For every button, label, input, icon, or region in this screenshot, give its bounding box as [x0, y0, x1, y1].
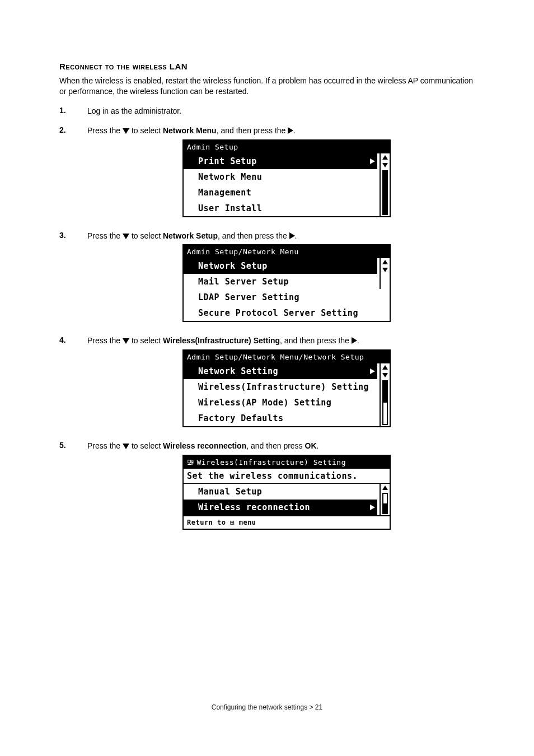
panel-header: 🖳Wireless(Infrastructure) Setting	[184, 456, 390, 469]
menu-item[interactable]: Wireless(Infrastructure) Setting	[184, 379, 377, 395]
page-footer: Configuring the network settings > 21	[0, 703, 534, 711]
step-number: 1.	[59, 106, 87, 115]
down-arrow-icon	[123, 444, 129, 449]
select-arrow-icon	[370, 156, 375, 166]
down-arrow-icon	[123, 338, 129, 344]
menu-item[interactable]: Management	[184, 185, 377, 200]
intro-paragraph: When the wireless is enabled, restart th…	[59, 76, 475, 97]
section-heading: Reconnect to the wireless LAN	[59, 62, 475, 71]
right-arrow-icon	[352, 337, 357, 344]
menu-item[interactable]: Manual Setup	[184, 484, 377, 500]
scrollbar[interactable]	[380, 153, 390, 216]
scrollbar[interactable]	[380, 484, 390, 515]
scroll-up-icon[interactable]	[381, 363, 390, 371]
panel-subtitle: Set the wireless communications.	[184, 469, 390, 484]
panel-header: Admin Setup/Network Menu	[184, 245, 390, 258]
scroll-track[interactable]	[382, 170, 388, 215]
step-text: Log in as the administrator.	[87, 106, 475, 116]
step-number: 5.	[59, 441, 87, 450]
scroll-up-icon[interactable]	[381, 153, 390, 161]
menu-item[interactable]: Wireless reconnection	[184, 500, 377, 515]
right-arrow-icon	[288, 127, 293, 134]
step-text: Press the to select Wireless reconnectio…	[87, 441, 475, 451]
lcd-panel: Admin Setup/Network Menu/Network Setup N…	[182, 349, 391, 427]
lcd-panel: Admin Setup Print Setup Network Menu Ma	[182, 139, 391, 217]
scrollbar[interactable]	[380, 258, 390, 289]
menu-item[interactable]: LDAP Server Setting	[184, 290, 377, 305]
scroll-up-icon[interactable]	[381, 484, 390, 492]
menu-item[interactable]: User Install	[184, 200, 377, 216]
scroll-track[interactable]	[382, 493, 388, 514]
step-text: Press the to select Network Setup, and t…	[87, 231, 475, 241]
panel-header: Admin Setup/Network Menu/Network Setup	[184, 351, 390, 363]
scroll-up-icon[interactable]	[381, 258, 390, 266]
menu-item[interactable]: Network Menu	[184, 169, 377, 185]
menu-item[interactable]: Factory Defaults	[184, 410, 377, 426]
scroll-track[interactable]	[382, 380, 388, 425]
step-text: Press the to select Wireless(Infrastruct…	[87, 335, 475, 346]
lcd-panel: Admin Setup/Network Menu Network Setup M…	[182, 244, 391, 322]
menu-item[interactable]: Wireless(AP Mode) Setting	[184, 395, 377, 410]
menu-item[interactable]: Secure Protocol Server Setting	[184, 305, 377, 321]
scrollbar[interactable]	[380, 363, 390, 426]
scroll-down-icon[interactable]	[381, 266, 390, 274]
step-number: 2.	[59, 125, 87, 134]
scroll-down-icon[interactable]	[381, 161, 390, 169]
menu-item[interactable]: Network Setting	[184, 363, 377, 379]
right-arrow-icon	[289, 232, 295, 239]
panel-footer: Return to ⊞ menu	[184, 515, 390, 529]
select-arrow-icon	[370, 366, 375, 376]
panel-header: Admin Setup	[184, 141, 390, 153]
step-text: Press the to select Network Menu, and th…	[87, 125, 475, 136]
down-arrow-icon	[123, 128, 129, 134]
select-arrow-icon	[370, 502, 375, 512]
scroll-down-icon[interactable]	[381, 371, 390, 379]
menu-item[interactable]: Print Setup	[184, 153, 377, 169]
down-arrow-icon	[123, 234, 129, 239]
monitor-icon: 🖳	[187, 458, 195, 466]
menu-item[interactable]: Network Setup	[184, 258, 377, 274]
lcd-panel: 🖳Wireless(Infrastructure) Setting Set th…	[182, 455, 391, 530]
step-number: 4.	[59, 335, 87, 344]
step-number: 3.	[59, 231, 87, 240]
menu-item[interactable]: Mail Server Setup	[184, 274, 377, 290]
select-arrow-icon	[370, 261, 375, 271]
